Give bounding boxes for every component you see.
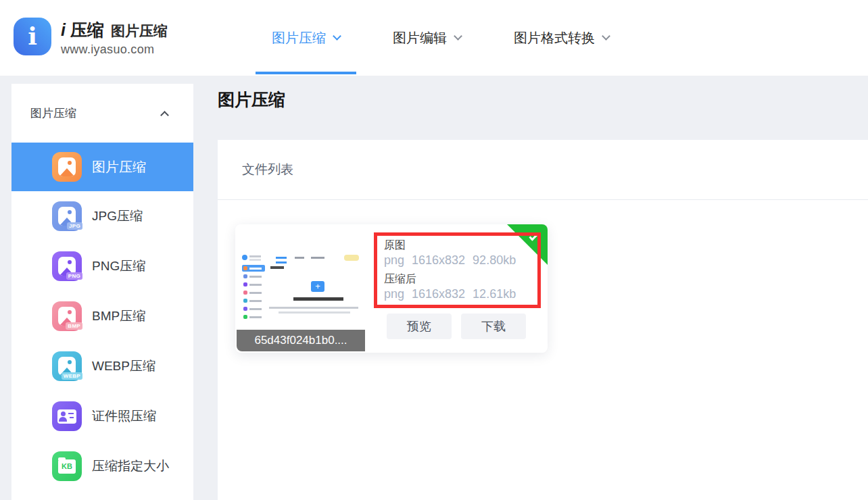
compressed-label: 压缩后 bbox=[384, 272, 537, 286]
app: i i 压缩 图片压缩 www.iyasuo.com 图片压缩 图片编辑 图片格… bbox=[0, 0, 868, 500]
top-nav: 图片压缩 图片编辑 图片格式转换 bbox=[256, 0, 646, 76]
brand[interactable]: i i 压缩 图片压缩 www.iyasuo.com bbox=[14, 18, 168, 57]
sidebar-item-compress-to-size[interactable]: KB 压缩指定大小 bbox=[11, 441, 193, 491]
sidebar-item-id-photo-compress[interactable]: 证件照压缩 bbox=[11, 391, 193, 441]
chevron-down-icon bbox=[333, 32, 341, 41]
page-title: 图片压缩 bbox=[218, 89, 285, 111]
header: i i 压缩 图片压缩 www.iyasuo.com 图片压缩 图片编辑 图片格… bbox=[0, 0, 868, 76]
sidebar-item-bmp-compress[interactable]: BMP BMP压缩 bbox=[11, 291, 193, 341]
chevron-up-icon bbox=[160, 111, 169, 120]
sidebar-item-image-compress[interactable]: 图片压缩 bbox=[11, 143, 193, 191]
sidebar-item-label: JPG压缩 bbox=[92, 207, 143, 225]
jpg-compress-icon: JPG bbox=[52, 201, 82, 231]
nav-item-image-compress[interactable]: 图片压缩 bbox=[256, 0, 356, 76]
file-name: 65d43f024b1b0.... bbox=[237, 330, 365, 351]
nav-label: 图片编辑 bbox=[393, 29, 447, 47]
sidebar-item-webp-compress[interactable]: WEBP WEBP压缩 bbox=[11, 341, 193, 391]
preview-button[interactable]: 预览 bbox=[387, 314, 452, 339]
sidebar-item-jpg-compress[interactable]: JPG JPG压缩 bbox=[11, 191, 193, 241]
nav-item-format-convert[interactable]: 图片格式转换 bbox=[498, 0, 625, 76]
original-label: 原图 bbox=[384, 238, 537, 252]
download-button[interactable]: 下载 bbox=[461, 314, 526, 339]
id-photo-icon bbox=[52, 401, 82, 431]
file-list-panel: 文件列表 + bbox=[218, 140, 868, 500]
compare-info-highlight: 原图 png 1616x832 92.80kb 压缩后 png 1616x832… bbox=[374, 232, 541, 308]
brand-name: i 压缩 bbox=[61, 19, 104, 41]
sidebar-item-label: PNG压缩 bbox=[92, 257, 145, 275]
brand-domain: www.iyasuo.com bbox=[61, 43, 168, 57]
panel-header: 文件列表 bbox=[218, 140, 868, 200]
sidebar-group-header[interactable]: 图片压缩 bbox=[11, 84, 193, 143]
brand-subtitle: 图片压缩 bbox=[111, 22, 168, 41]
webp-compress-icon: WEBP bbox=[52, 351, 82, 381]
bmp-compress-icon: BMP bbox=[52, 301, 82, 331]
sidebar-item-png-compress[interactable]: PNG PNG压缩 bbox=[11, 241, 193, 291]
file-card: + 65d43f024b1b0.... 原图 png 1616x832 92.8… bbox=[235, 224, 548, 353]
sidebar: 图片压缩 图片压缩 JPG JPG压缩 PNG PNG压缩 bbox=[11, 84, 193, 500]
sidebar-item-label: 图片压缩 bbox=[92, 158, 146, 176]
brand-logo-icon: i bbox=[14, 18, 51, 55]
compressed-info: png 1616x832 12.61kb bbox=[384, 286, 537, 303]
thumbnail-preview-image: + bbox=[241, 253, 361, 323]
sidebar-item-label: 证件照压缩 bbox=[92, 407, 156, 425]
sidebar-group-label: 图片压缩 bbox=[30, 105, 76, 121]
sidebar-item-label: BMP压缩 bbox=[92, 307, 145, 325]
nav-item-image-edit[interactable]: 图片编辑 bbox=[377, 0, 477, 76]
brand-text: i 压缩 图片压缩 www.iyasuo.com bbox=[61, 18, 168, 57]
file-thumbnail[interactable]: + 65d43f024b1b0.... bbox=[237, 226, 365, 351]
image-compress-icon bbox=[52, 152, 82, 182]
sidebar-item-label: WEBP压缩 bbox=[92, 357, 155, 375]
nav-label: 图片压缩 bbox=[272, 29, 326, 47]
sidebar-item-label: 压缩指定大小 bbox=[92, 457, 169, 475]
nav-label: 图片格式转换 bbox=[514, 29, 595, 47]
kb-folder-icon: KB bbox=[52, 451, 82, 481]
chevron-down-icon bbox=[454, 32, 462, 41]
logo-letter: i bbox=[28, 24, 37, 48]
panel-title: 文件列表 bbox=[242, 161, 293, 178]
png-compress-icon: PNG bbox=[52, 251, 82, 281]
original-info: png 1616x832 92.80kb bbox=[384, 252, 537, 269]
chevron-down-icon bbox=[602, 32, 610, 41]
